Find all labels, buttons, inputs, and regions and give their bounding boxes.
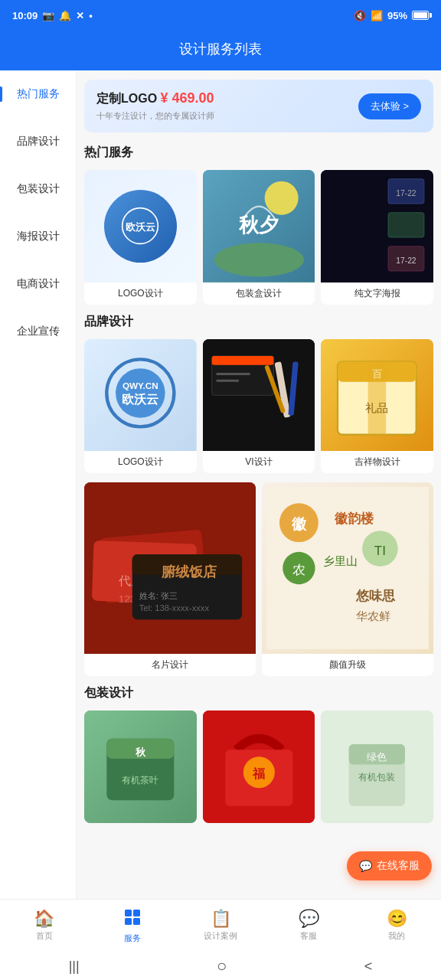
hot-poster-image: 17-22 17-22 bbox=[321, 170, 433, 283]
hot-packaging-card[interactable]: 秋夕 包装盒设计 bbox=[203, 170, 315, 305]
customer-service-btn[interactable]: 💬 在线客服 bbox=[347, 851, 432, 880]
brand-row1-grid: QWY.CN 欧沃云 LOGO设计 bbox=[84, 339, 433, 474]
status-bar: 10:09 📷 🔔 ✕ • 🔇 📶 95% bbox=[0, 0, 441, 31]
sidebar: 热门服务 品牌设计 包装设计 海报设计 电商设计 企业宣传 bbox=[0, 70, 77, 899]
brand-logo-label: LOGO设计 bbox=[84, 451, 197, 473]
brand-value-image: 徽 徽韵楼 农 乡里山 TI 悠味思 华农鲜 bbox=[262, 482, 433, 654]
svg-rect-19 bbox=[211, 356, 273, 365]
sidebar-item-enterprise[interactable]: 企业宣传 bbox=[0, 308, 76, 355]
content-area: 定制LOGO ¥ 469.00 十年专注设计，您的专属设计师 去体验 > 热门服… bbox=[77, 70, 441, 899]
svg-text:徽韵楼: 徽韵楼 bbox=[334, 511, 374, 526]
hot-packaging-label: 包装盒设计 bbox=[203, 283, 315, 305]
svg-text:QWY.CN: QWY.CN bbox=[122, 380, 158, 390]
svg-rect-68 bbox=[125, 918, 132, 925]
promo-banner[interactable]: 定制LOGO ¥ 469.00 十年专注设计，您的专属设计师 去体验 > bbox=[84, 80, 433, 132]
svg-text:悠味思: 悠味思 bbox=[355, 590, 396, 604]
svg-point-4 bbox=[214, 243, 303, 276]
packaging-greenbag-image: 绿色 有机包装 bbox=[321, 710, 433, 823]
svg-point-3 bbox=[264, 181, 298, 215]
svg-rect-9 bbox=[388, 213, 424, 237]
sidebar-item-poster[interactable]: 海报设计 bbox=[0, 213, 76, 260]
brand-bizcard-image: 代用者 123-4567-890 腑绒饭店 姓名: 张三 Tel: 138-xx… bbox=[84, 482, 256, 654]
status-icons: 🔇 📶 95% bbox=[354, 10, 429, 21]
hot-poster-card[interactable]: 17-22 17-22 纯文字海报 bbox=[321, 170, 433, 305]
packaging-greenbag-card[interactable]: 绿色 有机包装 bbox=[321, 710, 433, 823]
profile-icon: 😊 bbox=[387, 910, 407, 927]
nav-support[interactable]: 💬 客服 bbox=[265, 910, 353, 942]
svg-rect-66 bbox=[125, 910, 132, 916]
support-icon: 💬 bbox=[299, 910, 319, 927]
home-btn[interactable]: ○ bbox=[217, 956, 227, 976]
sidebar-item-brand[interactable]: 品牌设计 bbox=[0, 118, 76, 165]
svg-text:徽: 徽 bbox=[291, 516, 307, 532]
brand-design-title: 品牌设计 bbox=[84, 314, 433, 330]
svg-text:欧沃云: 欧沃云 bbox=[122, 391, 158, 405]
brand-bizcard-label: 名片设计 bbox=[84, 654, 256, 676]
svg-text:福: 福 bbox=[252, 766, 265, 780]
packaging-design-title: 包装设计 bbox=[84, 685, 433, 701]
svg-rect-69 bbox=[133, 918, 140, 925]
banner-btn[interactable]: 去体验 > bbox=[358, 93, 421, 119]
services-icon bbox=[123, 908, 142, 929]
brand-logo-image: QWY.CN 欧沃云 bbox=[84, 339, 197, 452]
nav-services[interactable]: 服务 bbox=[88, 908, 176, 944]
brand-logo-card[interactable]: QWY.CN 欧沃云 LOGO设计 bbox=[84, 339, 197, 474]
banner-subtitle: 十年专注设计，您的专属设计师 bbox=[96, 110, 214, 122]
nav-cases[interactable]: 📋 设计案例 bbox=[176, 910, 264, 942]
svg-text:欧沃云: 欧沃云 bbox=[126, 221, 155, 233]
brand-mascot-label: 吉祥物设计 bbox=[321, 451, 433, 473]
recents-btn[interactable]: ||| bbox=[69, 959, 80, 975]
svg-text:17-22: 17-22 bbox=[397, 256, 417, 265]
cs-label: 在线客服 bbox=[377, 859, 420, 873]
packaging-grid: 秋 有机茶叶 福 bbox=[84, 710, 433, 823]
svg-text:礼品: 礼品 bbox=[366, 402, 389, 414]
nav-home-label: 首页 bbox=[36, 930, 53, 942]
svg-text:华农鲜: 华农鲜 bbox=[356, 610, 390, 622]
svg-text:TI: TI bbox=[374, 544, 386, 558]
nav-profile[interactable]: 😊 我的 bbox=[353, 910, 441, 942]
svg-text:绿色: 绿色 bbox=[368, 751, 387, 763]
sidebar-item-ecommerce[interactable]: 电商设计 bbox=[0, 260, 76, 308]
svg-rect-67 bbox=[133, 910, 140, 916]
brand-value-label: 颜值升级 bbox=[262, 654, 433, 676]
svg-text:有机茶叶: 有机茶叶 bbox=[122, 776, 158, 786]
hot-logo-card[interactable]: 欧沃云 LOGO设计 bbox=[84, 170, 197, 305]
brand-mascot-image: 百 礼品 bbox=[321, 339, 433, 452]
cases-icon: 📋 bbox=[211, 910, 231, 927]
home-icon: 🏠 bbox=[34, 910, 54, 927]
hot-services-title: 热门服务 bbox=[84, 145, 433, 161]
packaging-redbag-card[interactable]: 福 bbox=[203, 710, 315, 823]
svg-text:乡里山: 乡里山 bbox=[323, 555, 358, 567]
brand-bizcard-card[interactable]: 代用者 123-4567-890 腑绒饭店 姓名: 张三 Tel: 138-xx… bbox=[84, 482, 256, 676]
hot-logo-label: LOGO设计 bbox=[84, 283, 197, 305]
hot-logo-image: 欧沃云 bbox=[84, 170, 197, 283]
brand-vi-card[interactable]: VI设计 bbox=[203, 339, 315, 474]
brand-mascot-card[interactable]: 百 礼品 吉祥物设计 bbox=[321, 339, 433, 474]
back-btn[interactable]: < bbox=[364, 959, 373, 975]
sidebar-item-hot[interactable]: 热门服务 bbox=[0, 70, 76, 118]
svg-text:腑绒饭店: 腑绒饭店 bbox=[161, 564, 217, 580]
svg-text:秋: 秋 bbox=[135, 746, 146, 758]
svg-text:Tel: 138-xxxx-xxxx: Tel: 138-xxxx-xxxx bbox=[139, 603, 210, 612]
brand-value-card[interactable]: 徽 徽韵楼 农 乡里山 TI 悠味思 华农鲜 颜值升级 bbox=[262, 482, 433, 676]
banner-title: 定制LOGO bbox=[96, 92, 157, 105]
svg-rect-29 bbox=[368, 361, 386, 434]
svg-text:有机包装: 有机包装 bbox=[359, 772, 396, 782]
packaging-green-card[interactable]: 秋 有机茶叶 bbox=[84, 710, 197, 823]
system-bar: ||| ○ < bbox=[0, 952, 441, 980]
page-title: 设计服务列表 bbox=[179, 41, 262, 57]
nav-home[interactable]: 🏠 首页 bbox=[0, 910, 88, 942]
svg-text:17-22: 17-22 bbox=[397, 189, 417, 198]
svg-text:姓名: 张三: 姓名: 张三 bbox=[139, 592, 178, 601]
nav-services-label: 服务 bbox=[124, 933, 141, 944]
svg-text:农: 农 bbox=[292, 564, 305, 578]
brand-row2-grid: 代用者 123-4567-890 腑绒饭店 姓名: 张三 Tel: 138-xx… bbox=[84, 482, 433, 676]
main-content: 热门服务 品牌设计 包装设计 海报设计 电商设计 企业宣传 定制LOGO ¥ 4… bbox=[0, 70, 441, 899]
sidebar-item-packaging[interactable]: 包装设计 bbox=[0, 165, 76, 213]
hot-poster-label: 纯文字海报 bbox=[321, 283, 433, 305]
nav-support-label: 客服 bbox=[300, 930, 317, 942]
hot-services-grid: 欧沃云 LOGO设计 bbox=[84, 170, 433, 305]
battery-icon bbox=[412, 11, 429, 20]
banner-price: ¥ 469.00 bbox=[161, 90, 214, 106]
brand-vi-image bbox=[203, 339, 315, 452]
